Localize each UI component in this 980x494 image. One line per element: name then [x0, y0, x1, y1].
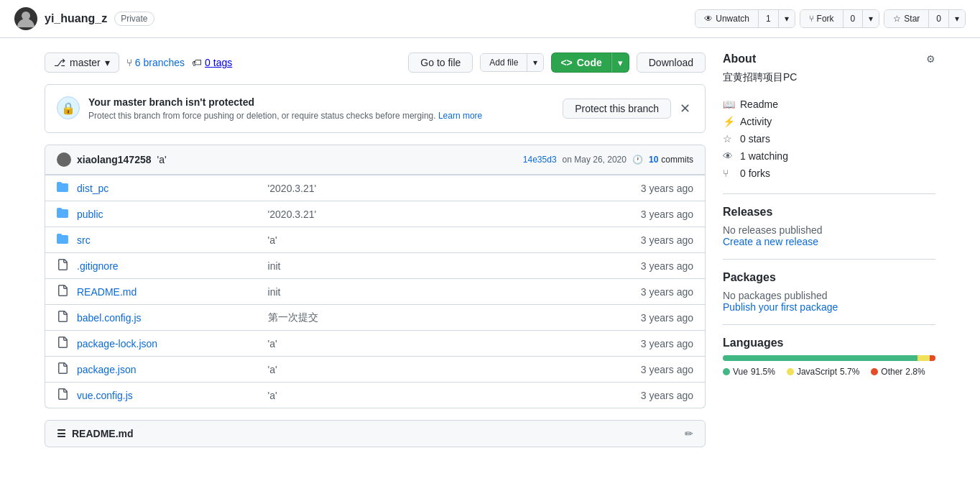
goto-file-button[interactable]: Go to file	[408, 52, 473, 73]
file-icon	[57, 388, 68, 402]
file-time: 3 years ago	[641, 183, 693, 194]
language-dot	[723, 368, 730, 375]
gear-icon[interactable]: ⚙	[926, 53, 935, 65]
download-button[interactable]: Download	[637, 52, 706, 73]
file-name[interactable]: babel.config.js	[77, 312, 259, 324]
tags-link[interactable]: 0 tags	[205, 57, 232, 68]
code-button[interactable]: <> Code	[551, 52, 611, 73]
file-time: 3 years ago	[641, 312, 693, 324]
branch-name: master	[70, 57, 101, 68]
top-bar-left: yi_huang_z Private	[14, 7, 154, 30]
languages-title: Languages	[723, 337, 935, 349]
file-time: 3 years ago	[641, 390, 693, 401]
learn-more-link[interactable]: Learn more	[438, 111, 482, 121]
file-icon	[57, 259, 68, 273]
language-segment	[917, 355, 930, 361]
code-dropdown[interactable]: ▾	[611, 52, 629, 73]
sidebar-divider	[723, 193, 935, 194]
fork-button[interactable]: ⑂ Fork	[800, 10, 843, 27]
sidebar-link-item: 👁 1 watching	[723, 147, 935, 165]
branch-selector[interactable]: ⎇ master ▾	[45, 52, 119, 73]
about-header: About ⚙	[723, 52, 935, 65]
unwatch-dropdown[interactable]: ▾	[778, 10, 795, 27]
fork-icon: ⑂	[723, 168, 734, 179]
sidebar-link[interactable]: Readme	[740, 99, 778, 110]
table-row: .gitignore init 3 years ago	[45, 252, 705, 278]
private-badge: Private	[114, 12, 154, 26]
file-name[interactable]: README.md	[77, 286, 259, 298]
top-bar-right: 👁 Unwatch 1 ▾ ⑂ Fork 0 ▾ ☆ Star 0 ▾	[695, 9, 966, 28]
folder-icon	[57, 181, 68, 195]
file-name[interactable]: package-lock.json	[77, 338, 259, 349]
file-name[interactable]: package.json	[77, 364, 259, 375]
sidebar-link[interactable]: 1 watching	[740, 150, 788, 162]
branches-link[interactable]: 6 branches	[135, 57, 185, 68]
fork-dropdown[interactable]: ▾	[862, 10, 879, 27]
language-dot	[787, 368, 794, 375]
eye-icon: 👁	[704, 14, 713, 24]
file-time: 3 years ago	[641, 260, 693, 272]
fork-group: ⑂ Fork 0 ▾	[800, 9, 880, 28]
project-name: 宜黄招聘项目PC	[723, 71, 935, 84]
commit-left: xiaolang147258 'a'	[57, 152, 167, 167]
table-row: src 'a' 3 years ago	[45, 227, 705, 252]
branches-info: ⑂ 6 branches	[126, 57, 185, 68]
commit-avatar	[57, 152, 71, 167]
star-dropdown[interactable]: ▾	[948, 10, 965, 27]
star-count: 0	[928, 10, 948, 27]
close-warning-button[interactable]: ✕	[677, 98, 693, 119]
unwatch-button[interactable]: 👁 Unwatch	[695, 10, 758, 27]
edit-icon[interactable]: ✏	[685, 428, 693, 439]
add-file-dropdown[interactable]: ▾	[527, 54, 543, 71]
add-file-button[interactable]: Add file	[481, 54, 527, 71]
toolbar: ⎇ master ▾ ⑂ 6 branches 🏷 0 tags Go to f…	[45, 52, 706, 73]
sidebar-link[interactable]: 0 forks	[740, 168, 770, 179]
warning-title: Your master branch isn't protected	[88, 96, 482, 108]
table-row: dist_pc '2020.3.21' 3 years ago	[45, 175, 705, 201]
sidebar-links: 📖 Readme ⚡ Activity ☆ 0 stars 👁 1 watchi…	[723, 96, 935, 182]
commit-sha-link[interactable]: 14e35d3	[523, 155, 557, 165]
activity-icon: ⚡	[723, 116, 734, 127]
commit-message: 'a'	[157, 154, 167, 165]
language-percent: 5.7%	[840, 367, 859, 377]
file-commit: 'a'	[268, 338, 632, 349]
sidebar-link[interactable]: Activity	[740, 116, 772, 127]
table-row: vue.config.js 'a' 3 years ago	[45, 382, 705, 408]
sidebar-link[interactable]: 0 stars	[740, 133, 770, 145]
packages-divider	[723, 259, 935, 260]
file-name[interactable]: .gitignore	[77, 260, 259, 272]
readme-bar: ☰ README.md ✏	[45, 420, 706, 447]
book-icon: 📖	[723, 99, 734, 110]
sidebar-link-item: ⚡ Activity	[723, 113, 935, 130]
language-percent: 91.5%	[751, 367, 775, 377]
create-release-link[interactable]: Create a new release	[723, 236, 818, 247]
file-name[interactable]: public	[77, 209, 259, 220]
file-name[interactable]: src	[77, 234, 259, 246]
protect-branch-button[interactable]: Protect this branch	[563, 99, 671, 119]
no-releases-text: No releases published	[723, 224, 935, 236]
readme-left: ☰ README.md	[57, 428, 134, 439]
file-time: 3 years ago	[641, 364, 693, 375]
file-time: 3 years ago	[641, 286, 693, 298]
language-bar	[723, 355, 935, 361]
file-name[interactable]: vue.config.js	[77, 390, 259, 401]
releases-title: Releases	[723, 206, 935, 219]
code-icon: <>	[560, 57, 572, 68]
commit-date: on May 26, 2020	[563, 155, 627, 165]
warning-icon: 🔒	[57, 96, 80, 119]
warning-text: Your master branch isn't protected Prote…	[88, 96, 482, 121]
file-name[interactable]: dist_pc	[77, 183, 259, 194]
file-commit: 'a'	[268, 234, 632, 246]
star-icon: ☆	[893, 14, 901, 24]
top-bar: yi_huang_z Private 👁 Unwatch 1 ▾ ⑂ Fork …	[0, 0, 980, 38]
publish-package-link[interactable]: Publish your first package	[723, 301, 838, 313]
commits-link[interactable]: 10	[649, 155, 658, 165]
file-time: 3 years ago	[641, 234, 693, 246]
branch-icon: ⎇	[54, 57, 65, 68]
language-legend-item: Vue 91.5%	[723, 367, 775, 377]
username: yi_huang_z	[45, 12, 107, 25]
language-name: JavaScript	[797, 367, 837, 377]
language-legend: Vue 91.5% JavaScript 5.7% Other 2.8%	[723, 367, 935, 377]
star-button[interactable]: ☆ Star	[884, 10, 928, 27]
file-icon	[57, 362, 68, 376]
